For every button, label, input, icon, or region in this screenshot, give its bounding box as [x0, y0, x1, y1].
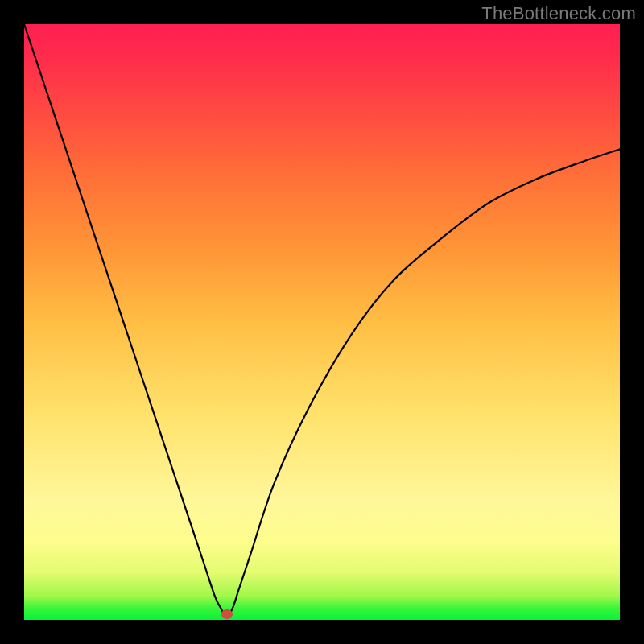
chart-frame: TheBottleneck.com [0, 0, 644, 644]
bottleneck-curve [24, 24, 620, 617]
plot-area [24, 24, 620, 620]
minimum-marker [221, 609, 233, 619]
curve-layer [24, 24, 620, 620]
watermark-text: TheBottleneck.com [481, 3, 636, 24]
